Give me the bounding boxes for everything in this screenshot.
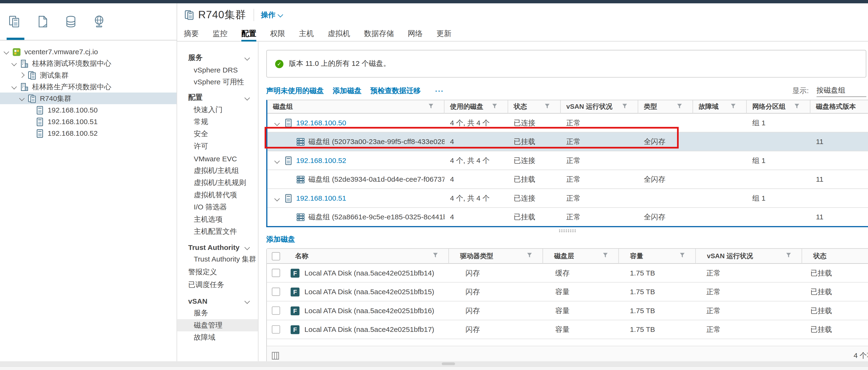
flash-disk-icon: F [290,287,299,296]
tree-item-R740集群[interactable]: R740集群 [0,93,177,104]
subnav-item-Trust Authority 集群[interactable]: Trust Authority 集群 [177,253,258,265]
subnav-item-主机选项[interactable]: 主机选项 [177,214,258,226]
tab-网络[interactable]: 网络 [408,26,423,41]
row-checkbox[interactable] [272,288,280,296]
tab-配置[interactable]: 配置 [241,26,256,41]
subnav-item-许可[interactable]: 许可 [177,140,258,152]
filter-funnel-icon[interactable] [785,252,792,260]
tree-item-192.168.100.51[interactable]: 192.168.100.51 [0,116,177,127]
expander-down-icon[interactable] [4,50,12,54]
disk-group-row[interactable]: 磁盘组 (52a8661e-9c5e-e185-0325-8c441bd85..… [268,208,868,226]
host-icon [284,194,293,202]
subnav-item-常规[interactable]: 常规 [177,116,258,128]
subnav-item-虚拟机/主机规则[interactable]: 虚拟机/主机规则 [177,177,258,189]
filter-funnel-icon[interactable] [527,252,533,260]
tree-item-桂林路生产环境数据中心[interactable]: 桂林路生产环境数据中心 [0,81,177,93]
filter-funnel-icon[interactable] [428,103,434,111]
tab-主机[interactable]: 主机 [299,26,314,41]
expander-down-icon[interactable] [275,119,284,127]
subnav-item-vSphere DRS[interactable]: vSphere DRS [177,64,258,76]
tab-虚拟机[interactable]: 虚拟机 [328,26,350,41]
actions-menu-button[interactable]: 操作 [261,10,283,20]
subnav-item-警报定义[interactable]: 警报定义 [177,265,258,279]
tree-item-测试集群[interactable]: 测试集群 [0,69,177,81]
nav-hosts-and-clusters-icon[interactable] [8,15,21,28]
host-row[interactable]: 192.168.100.514 个, 共 4 个已连接正常组 1 [268,189,868,208]
subnav-item-label: 主机选项 [194,215,223,224]
column-header-类型: 类型 [638,100,693,113]
tab-摘要[interactable]: 摘要 [184,26,199,41]
splitter-handle[interactable] [266,227,868,234]
subnav-item-主机配置文件[interactable]: 主机配置文件 [177,226,258,237]
filter-funnel-icon[interactable] [492,103,498,111]
filter-funnel-icon[interactable] [544,103,551,111]
row-checkbox[interactable] [272,307,280,315]
add-disks-button[interactable]: 添加磁盘 [333,86,362,96]
tree-item-vcenter7.vmware7.cj.io[interactable]: vcenter7.vmware7.cj.io [0,46,177,58]
cell-network-partition-group: 组 1 [747,114,810,132]
show-mode-select[interactable]: 按磁盘组 [816,85,866,97]
subnav-item-虚拟机替代项[interactable]: 虚拟机替代项 [177,189,258,201]
filter-funnel-icon[interactable] [432,252,438,260]
expander-down-icon[interactable] [20,96,28,100]
precheck-data-migration-button[interactable]: 预检查数据迁移 [370,86,421,96]
disk-row[interactable]: FLocal ATA Disk (naa.5ace42e0251bfb14)闪存… [267,264,868,283]
nav-storage-icon[interactable] [64,15,78,28]
subnav-item-配置[interactable]: 配置 [177,88,258,104]
subnav-item-已调度任务[interactable]: 已调度任务 [177,278,258,291]
disk-row[interactable]: FLocal ATA Disk (naa.5ace42e0251bfb16)闪存… [267,302,868,320]
host-link[interactable]: 192.168.100.50 [296,119,346,127]
expander-down-icon[interactable] [12,85,20,89]
disk-group-row[interactable]: 磁盘组 (52073a00-23ae-99f5-cff8-433e028...4… [268,133,868,151]
expander-down-icon[interactable] [275,156,284,165]
subnav-item-快速入门[interactable]: 快速入门 [177,104,258,116]
subnav-item-虚拟机/主机组[interactable]: 虚拟机/主机组 [177,165,258,177]
disk-name: Local ATA Disk (naa.5ace42e0251bfb17) [305,325,434,334]
add-disks-link[interactable]: 添加磁盘 [266,234,295,245]
column-settings-icon[interactable] [272,351,279,359]
tab-权限[interactable]: 权限 [270,26,285,41]
subnav-item-故障域[interactable]: 故障域 [177,332,258,343]
filter-funnel-icon[interactable] [602,252,609,260]
subnav-item-磁盘管理[interactable]: 磁盘管理 [177,319,258,331]
expander-right-icon[interactable] [20,73,28,77]
subnav-item-VMware EVC[interactable]: VMware EVC [177,152,258,164]
expander-down-icon[interactable] [12,62,20,65]
disk-group-row[interactable]: 磁盘组 (52de3934-0a1d-0d4e-cee7-f06737a9...… [268,170,868,189]
filter-funnel-icon[interactable] [730,103,737,111]
claim-unused-disks-button[interactable]: 声明未使用的磁盘 [266,86,324,96]
row-checkbox[interactable] [272,269,280,277]
disk-row[interactable]: FLocal ATA Disk (naa.5ace42e0251bfb17)闪存… [267,320,868,339]
nav-vms-and-templates-icon[interactable] [36,15,49,28]
disk-row[interactable]: FLocal ATA Disk (naa.5ace42e0251bfb15)闪存… [267,283,868,302]
subnav-item-vSphere 可用性[interactable]: vSphere 可用性 [177,76,258,88]
tree-item-桂林路测试环境数据中心[interactable]: 桂林路测试环境数据中心 [0,58,177,69]
subnav-item-安全[interactable]: 安全 [177,128,258,140]
subnav-item-服务[interactable]: 服务 [177,307,258,319]
more-actions-button[interactable]: ··· [435,87,444,95]
subnav-item-Trust Authority[interactable]: Trust Authority [177,238,258,253]
filter-funnel-icon[interactable] [679,252,685,260]
host-link[interactable]: 192.168.100.51 [296,194,346,202]
expander-down-icon[interactable] [275,194,284,202]
tab-数据存储[interactable]: 数据存储 [364,26,394,41]
subnav-item-vSAN[interactable]: vSAN [177,291,258,307]
horizontal-scrollbar[interactable] [0,361,868,366]
host-link[interactable]: 192.168.100.52 [296,156,346,165]
cell-fault-domain [693,151,747,170]
host-row[interactable]: 192.168.100.524 个, 共 4 个已连接正常组 1 [268,151,868,170]
subnav-item-I/O 筛选器[interactable]: I/O 筛选器 [177,201,258,213]
tree-item-192.168.100.50[interactable]: 192.168.100.50 [0,104,177,116]
filter-funnel-icon[interactable] [794,103,800,111]
tree-item-192.168.100.52[interactable]: 192.168.100.52 [0,127,177,139]
host-row[interactable]: 192.168.100.504 个, 共 4 个已连接正常组 1 [268,114,868,133]
row-checkbox[interactable] [272,325,280,334]
select-all-checkbox[interactable] [272,252,280,260]
nav-networking-icon[interactable] [93,15,106,28]
tab-监控[interactable]: 监控 [213,26,227,41]
tab-更新[interactable]: 更新 [437,26,452,41]
scrollbar-thumb[interactable] [442,363,455,365]
filter-funnel-icon[interactable] [677,103,683,111]
subnav-item-服务[interactable]: 服务 [177,48,258,64]
filter-funnel-icon[interactable] [622,103,628,111]
